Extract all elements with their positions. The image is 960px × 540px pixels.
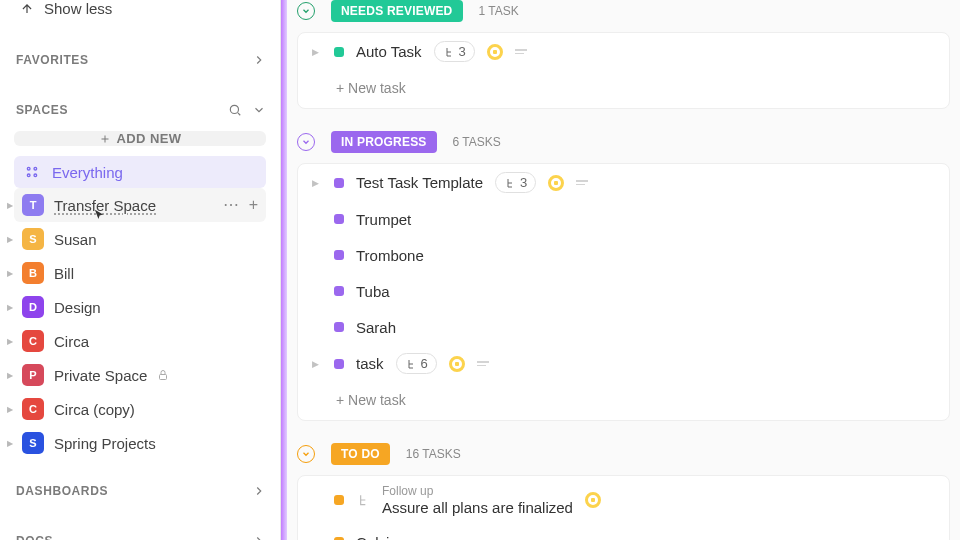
expand-icon[interactable]: ▶	[6, 439, 14, 447]
task-count: 1 TASK	[479, 4, 519, 18]
sidebar: Show less FAVORITES SPACES ADD NEW Every…	[0, 0, 281, 540]
task-row[interactable]: ▶ Auto Task 3	[298, 33, 949, 70]
priority-tag[interactable]	[487, 44, 503, 60]
space-name: Susan	[54, 231, 97, 248]
task-name: Calvin	[356, 534, 398, 541]
sidebar-item-space[interactable]: ▶ B Bill	[14, 256, 266, 290]
task-row[interactable]: ▶ task 6	[298, 345, 949, 382]
docs-header[interactable]: DOCS	[0, 520, 280, 540]
accent-bar	[281, 0, 287, 540]
expand-icon[interactable]: ▶	[6, 201, 14, 209]
expand-icon[interactable]: ▶	[6, 235, 14, 243]
status-dot[interactable]	[334, 214, 344, 224]
sidebar-item-space[interactable]: ▶ P Private Space	[14, 358, 266, 392]
space-name: Everything	[52, 164, 123, 181]
spaces-header: SPACES	[0, 89, 280, 131]
expand-icon[interactable]: ▶	[6, 371, 14, 379]
favorites-header[interactable]: FAVORITES	[0, 39, 280, 81]
priority-tag[interactable]	[449, 356, 465, 372]
svg-point-1	[27, 167, 30, 170]
task-row[interactable]: Sarah	[298, 309, 949, 345]
sidebar-item-space[interactable]: ▶ S Susan	[14, 222, 266, 256]
subtask-count[interactable]: 3	[434, 41, 475, 62]
task-name: Assure all plans are finalized	[382, 499, 573, 516]
task-name: task	[356, 355, 384, 372]
task-row[interactable]: Follow upAssure all plans are finalized	[298, 476, 949, 524]
description-icon	[576, 180, 588, 185]
subtask-count[interactable]: 3	[495, 172, 536, 193]
subtask-icon	[356, 493, 370, 507]
space-badge: C	[22, 398, 44, 420]
sidebar-item-space[interactable]: ▶ C Circa	[14, 324, 266, 358]
svg-point-0	[230, 105, 238, 113]
expand-triangle-icon[interactable]: ▶	[312, 359, 322, 369]
status-dot[interactable]	[334, 250, 344, 260]
sidebar-item-space[interactable]: ▶ S Spring Projects	[14, 426, 266, 460]
new-task-button[interactable]: + New task	[298, 70, 949, 108]
expand-icon[interactable]: ▶	[6, 269, 14, 277]
space-name: Bill	[54, 265, 74, 282]
show-less-button[interactable]: Show less	[0, 0, 280, 31]
chevron-right-icon	[252, 484, 266, 498]
expand-icon[interactable]: ▶	[6, 337, 14, 345]
sidebar-item-space[interactable]: ▶ D Design	[14, 290, 266, 324]
status-dot[interactable]	[334, 286, 344, 296]
chevron-right-icon	[252, 53, 266, 67]
sidebar-item-space[interactable]: ▶ C Circa (copy)	[14, 392, 266, 426]
priority-tag[interactable]	[585, 492, 601, 508]
task-row[interactable]: ▶ Test Task Template 3	[298, 164, 949, 201]
expand-triangle-icon[interactable]: ▶	[312, 47, 322, 57]
lock-icon	[157, 369, 169, 381]
add-new-button[interactable]: ADD NEW	[14, 131, 266, 146]
description-icon	[515, 49, 527, 54]
status-dot[interactable]	[334, 47, 344, 57]
new-task-button[interactable]: + New task	[298, 382, 949, 420]
sidebar-item-space[interactable]: ▶ T Transfer Space ⋯+	[14, 188, 266, 222]
priority-tag[interactable]	[548, 175, 564, 191]
status-header: NEEDS REVIEWED 1 TASK	[297, 0, 950, 32]
expand-triangle-icon[interactable]: ▶	[312, 178, 322, 188]
collapse-button[interactable]	[297, 445, 315, 463]
space-name: Circa	[54, 333, 89, 350]
task-row[interactable]: Trombone	[298, 237, 949, 273]
task-row[interactable]: Calvin	[298, 524, 949, 540]
status-dot[interactable]	[334, 322, 344, 332]
expand-icon[interactable]: ▶	[6, 303, 14, 311]
status-pill[interactable]: TO DO	[331, 443, 390, 465]
status-pill[interactable]: IN PROGRESS	[331, 131, 437, 153]
status-header: IN PROGRESS 6 TASKS	[297, 131, 950, 163]
task-row[interactable]: Trumpet	[298, 201, 949, 237]
plus-icon[interactable]: +	[249, 197, 258, 213]
task-count: 16 TASKS	[406, 447, 461, 461]
expand-icon[interactable]: ▶	[6, 405, 14, 413]
task-name: Auto Task	[356, 43, 422, 60]
task-card: ▶ Auto Task 3 + New task	[297, 32, 950, 109]
task-name: Tuba	[356, 283, 390, 300]
chevron-down-icon[interactable]	[252, 103, 266, 117]
task-count: 6 TASKS	[453, 135, 501, 149]
space-badge: B	[22, 262, 44, 284]
collapse-button[interactable]	[297, 133, 315, 151]
dashboards-label: DASHBOARDS	[16, 484, 108, 498]
task-row[interactable]: Tuba	[298, 273, 949, 309]
status-dot[interactable]	[334, 178, 344, 188]
sidebar-item-everything[interactable]: Everything	[14, 156, 266, 188]
subtask-count[interactable]: 6	[396, 353, 437, 374]
space-badge: C	[22, 330, 44, 352]
task-card: ▶ Test Task Template 3 Trumpet Trombone …	[297, 163, 950, 421]
more-icon[interactable]: ⋯	[223, 197, 239, 213]
status-group: TO DO 16 TASKS Follow upAssure all plans…	[297, 443, 950, 540]
status-dot[interactable]	[334, 359, 344, 369]
chevron-right-icon	[252, 534, 266, 540]
task-name: Sarah	[356, 319, 396, 336]
parent-label: Follow up	[382, 484, 573, 498]
collapse-button[interactable]	[297, 2, 315, 20]
status-group: NEEDS REVIEWED 1 TASK ▶ Auto Task 3 + Ne…	[297, 0, 950, 109]
dashboards-header[interactable]: DASHBOARDS	[0, 470, 280, 512]
status-dot[interactable]	[334, 495, 344, 505]
everything-icon	[22, 162, 42, 182]
show-less-label: Show less	[44, 0, 112, 17]
space-name: Design	[54, 299, 101, 316]
search-icon[interactable]	[228, 103, 242, 117]
status-pill[interactable]: NEEDS REVIEWED	[331, 0, 463, 22]
